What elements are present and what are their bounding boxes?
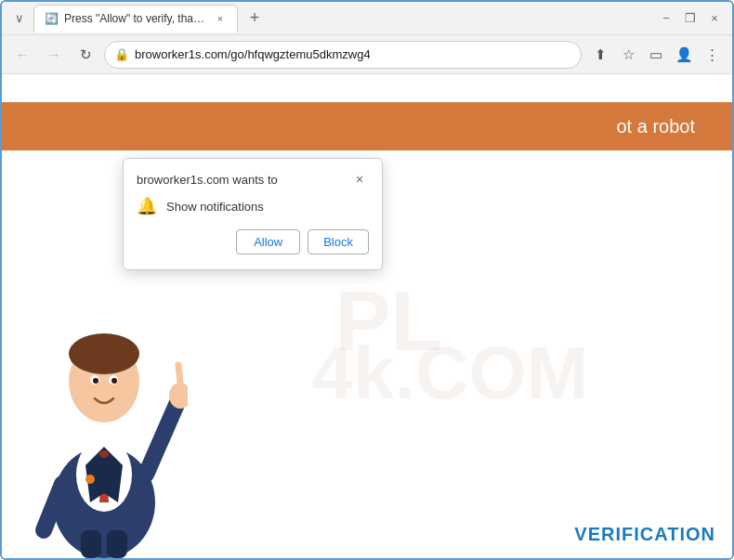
close-button[interactable]: × [704, 8, 725, 29]
tab-close-button[interactable]: × [213, 11, 228, 26]
profile-icon[interactable]: 👤 [671, 42, 697, 68]
address-bar[interactable]: 🔒 [104, 41, 582, 69]
block-button[interactable]: Block [308, 229, 369, 254]
forward-button[interactable]: → [41, 42, 67, 68]
popup-notification-row: 🔔 Show notifications [137, 196, 369, 216]
svg-point-6 [69, 333, 139, 374]
share-icon[interactable]: ⬆ [587, 42, 613, 68]
reload-button[interactable]: ↻ [72, 42, 98, 68]
svg-line-7 [146, 400, 178, 475]
title-bar: ∨ 🔄 Press "Allow" to verify, that you a … [2, 2, 732, 35]
title-bar-left: ∨ 🔄 Press "Allow" to verify, that you a … [9, 5, 652, 33]
page-content: ot a robot PL 4k.COM [2, 74, 732, 558]
verification-label: VERIFICATION [574, 524, 715, 545]
popup-buttons: Allow Block [137, 229, 369, 254]
svg-rect-2 [107, 530, 127, 558]
watermark-pl: PL [334, 279, 441, 362]
minimize-button[interactable]: − [656, 8, 676, 29]
svg-rect-1 [81, 530, 101, 558]
popup-header: broworker1s.com wants to × [137, 170, 369, 189]
browser-window: ∨ 🔄 Press "Allow" to verify, that you a … [0, 0, 734, 560]
chevron-down-icon[interactable]: ∨ [9, 8, 30, 29]
browser-tab[interactable]: 🔄 Press "Allow" to verify, that you a × [33, 5, 238, 33]
svg-point-13 [93, 378, 98, 384]
orange-banner: ot a robot [2, 102, 732, 150]
lock-icon: 🔒 [114, 47, 129, 61]
popup-title: broworker1s.com wants to [137, 173, 278, 187]
restore-button[interactable]: ❒ [680, 8, 701, 29]
nav-icons: ⬆ ☆ ▭ 👤 ⋮ [587, 42, 725, 68]
address-input[interactable] [135, 47, 571, 61]
split-view-icon[interactable]: ▭ [643, 42, 669, 68]
bookmark-icon[interactable]: ☆ [615, 42, 641, 68]
notification-popup: broworker1s.com wants to × 🔔 Show notifi… [123, 158, 383, 270]
svg-point-14 [111, 378, 117, 384]
tab-favicon: 🔄 [44, 11, 59, 26]
back-button[interactable]: ← [9, 42, 35, 68]
svg-point-17 [85, 475, 95, 484]
svg-point-18 [99, 450, 109, 458]
window-controls: − ❒ × [656, 8, 725, 29]
tab-title: Press "Allow" to verify, that you a [64, 12, 207, 25]
new-tab-button[interactable]: + [242, 6, 268, 32]
popup-close-button[interactable]: × [350, 170, 369, 189]
bell-icon: 🔔 [137, 196, 157, 216]
notification-label: Show notifications [166, 200, 264, 214]
svg-line-10 [178, 365, 180, 384]
businessman-figure [20, 261, 188, 558]
watermark-4kcom: 4k.COM [311, 331, 588, 416]
navigation-bar: ← → ↻ 🔒 ⬆ ☆ ▭ 👤 ⋮ [2, 35, 732, 74]
menu-icon[interactable]: ⋮ [699, 42, 725, 68]
allow-button[interactable]: Allow [236, 229, 300, 254]
banner-text: ot a robot [616, 116, 695, 137]
